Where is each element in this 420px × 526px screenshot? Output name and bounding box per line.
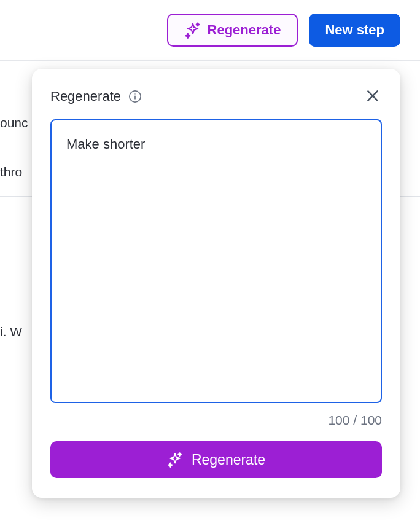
modal-title-group: Regenerate bbox=[50, 88, 142, 104]
regenerate-submit-button[interactable]: Regenerate bbox=[50, 441, 382, 478]
new-step-button[interactable]: New step bbox=[309, 14, 400, 47]
new-step-label: New step bbox=[325, 22, 384, 38]
regenerate-input[interactable] bbox=[50, 119, 382, 403]
top-bar: Regenerate New step bbox=[0, 0, 420, 61]
textarea-wrap bbox=[50, 119, 382, 406]
sparkle-icon bbox=[184, 22, 201, 39]
modal-title: Regenerate bbox=[50, 88, 121, 104]
modal-header: Regenerate bbox=[50, 87, 382, 106]
info-icon[interactable] bbox=[128, 90, 142, 103]
regenerate-button[interactable]: Regenerate bbox=[167, 14, 298, 47]
regenerate-label: Regenerate bbox=[208, 22, 281, 38]
regenerate-modal: Regenerate 100 / 100 bbox=[32, 69, 400, 498]
close-icon bbox=[365, 88, 381, 106]
char-counter: 100 / 100 bbox=[50, 413, 382, 428]
sparkle-icon bbox=[167, 452, 183, 468]
svg-point-2 bbox=[134, 93, 135, 94]
regenerate-submit-label: Regenerate bbox=[192, 452, 265, 468]
close-button[interactable] bbox=[364, 87, 382, 106]
